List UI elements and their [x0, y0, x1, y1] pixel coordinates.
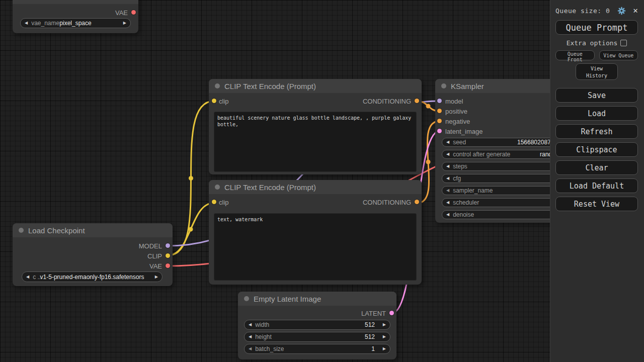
ckpt-name-combo[interactable]: c ... v1-5-pruned-emaonly-fp16.safetenso…: [22, 272, 163, 282]
positive-prompt-textarea[interactable]: beautiful scenery nature glass bottle la…: [214, 112, 417, 172]
combo-left-arrow-icon[interactable]: [446, 201, 449, 205]
clip-input-port[interactable]: [212, 99, 216, 103]
refresh-button[interactable]: Refresh: [555, 124, 638, 139]
collapse-dot-icon[interactable]: [244, 296, 249, 301]
collapse-dot-icon[interactable]: [19, 228, 24, 233]
latent-image-input-port[interactable]: [437, 129, 442, 133]
node-titlebar[interactable]: Empty Latent Image: [238, 292, 396, 306]
port-label-positive: positive: [445, 108, 467, 115]
combo-right-arrow-icon[interactable]: [383, 323, 386, 327]
latent-output-port[interactable]: [389, 311, 394, 315]
node-titlebar[interactable]: Load Checkpoint: [13, 223, 173, 237]
widget-label: cfg: [453, 175, 461, 182]
widget-label: scheduler: [453, 199, 479, 206]
conditioning-output-port[interactable]: [415, 99, 419, 103]
node-clip-text-encode-negative[interactable]: CLIP Text Encode (Prompt) clip CONDITION…: [209, 180, 422, 285]
queue-front-button[interactable]: Queue Front: [555, 50, 595, 60]
combo-right-arrow-icon[interactable]: [383, 335, 386, 339]
node-title: Empty Latent Image: [254, 295, 321, 303]
close-icon[interactable]: ✕: [633, 7, 638, 15]
widget-label: denoise: [453, 211, 474, 218]
port-label-conditioning: CONDITIONING: [363, 98, 411, 105]
width-widget[interactable]: width 512: [244, 320, 390, 330]
node-title: CLIP Text Encode (Prompt): [224, 82, 316, 90]
clip-output-port[interactable]: [166, 253, 170, 258]
node-load-checkpoint[interactable]: Load Checkpoint MODEL CLIP VAE c ... v1-…: [13, 223, 173, 286]
widget-value: 512: [365, 333, 375, 340]
height-widget[interactable]: height 512: [244, 332, 390, 342]
node-titlebar[interactable]: CLIP Text Encode (Prompt): [209, 79, 422, 93]
vae-name-combo[interactable]: vae_name pixel_space: [20, 18, 131, 28]
queue-size-label: Queue size: 0: [555, 7, 610, 15]
port-label-negative: negative: [445, 118, 470, 125]
positive-input-port[interactable]: [437, 109, 442, 113]
combo-left-arrow-icon[interactable]: [446, 213, 449, 217]
comfy-menu-panel: Queue size: 0 ✕ Queue Prompt Extra optio…: [550, 0, 644, 362]
load-button[interactable]: Load: [555, 106, 638, 121]
vae-output-port[interactable]: [131, 10, 136, 15]
port-label-clip: clip: [219, 98, 229, 105]
queue-prompt-button[interactable]: Queue Prompt: [555, 20, 638, 35]
combo-left-arrow-icon[interactable]: [446, 176, 449, 180]
view-history-label: ViewHistory: [586, 66, 607, 78]
widget-label: width: [255, 321, 269, 328]
model-input-port[interactable]: [437, 99, 442, 103]
node-clip-text-encode-positive[interactable]: CLIP Text Encode (Prompt) clip CONDITION…: [209, 79, 422, 174]
combo-right-arrow-icon[interactable]: [155, 275, 158, 279]
port-label-model: model: [445, 98, 463, 105]
port-label-latent-image: latent_image: [445, 128, 482, 135]
conditioning-output-port[interactable]: [415, 200, 419, 204]
combo-left-arrow-icon[interactable]: [249, 335, 252, 339]
collapse-dot-icon[interactable]: [441, 83, 446, 88]
port-label-vae: VAE: [115, 9, 128, 17]
widget-value: 512: [365, 321, 375, 328]
node-empty-latent-image[interactable]: Empty Latent Image LATENT width 512 heig…: [238, 292, 396, 359]
negative-input-port[interactable]: [437, 119, 442, 123]
settings-gear-icon[interactable]: [617, 7, 626, 15]
node-title: KSampler: [451, 82, 484, 90]
combo-left-arrow-icon[interactable]: [446, 140, 449, 144]
clipspace-button[interactable]: Clipspace: [555, 142, 638, 157]
vae-output-port[interactable]: [166, 263, 170, 268]
combo-left-arrow-icon[interactable]: [446, 152, 449, 156]
widget-value: pixel_space: [59, 20, 91, 27]
combo-left-arrow-icon[interactable]: [249, 323, 252, 327]
view-queue-button[interactable]: View Queue: [599, 50, 638, 60]
combo-left-arrow-icon[interactable]: [249, 347, 252, 351]
widget-label: sampler_name: [453, 187, 493, 194]
combo-left-arrow-icon[interactable]: [446, 164, 449, 168]
widget-label: vae_name: [31, 20, 59, 27]
widget-label: control after generate: [453, 151, 510, 158]
extra-options-checkbox[interactable]: [620, 40, 627, 46]
widget-label: batch_size: [255, 345, 284, 352]
reset-view-button[interactable]: Reset View: [555, 197, 638, 211]
clear-button[interactable]: Clear: [555, 160, 638, 175]
save-button[interactable]: Save: [555, 88, 638, 103]
port-label-vae: VAE: [149, 262, 162, 270]
node-titlebar[interactable]: [13, 0, 138, 4]
combo-right-arrow-icon[interactable]: [383, 347, 386, 351]
widget-label: steps: [453, 163, 467, 170]
node-titlebar[interactable]: CLIP Text Encode (Prompt): [209, 180, 422, 194]
port-label-conditioning: CONDITIONING: [363, 199, 411, 206]
node-load-vae[interactable]: VAE vae_name pixel_space: [13, 0, 138, 33]
clip-input-port[interactable]: [212, 200, 216, 204]
port-label-latent: LATENT: [361, 310, 386, 317]
batch-size-widget[interactable]: batch_size 1: [244, 344, 390, 354]
load-default-button[interactable]: Load Default: [555, 178, 638, 193]
widget-value: 1: [371, 345, 375, 352]
widget-value: 1566802087: [517, 139, 551, 146]
node-title: Load Checkpoint: [28, 226, 85, 235]
port-label-model: MODEL: [139, 242, 162, 250]
combo-left-arrow-icon[interactable]: [25, 21, 28, 25]
collapse-dot-icon[interactable]: [215, 185, 220, 190]
model-output-port[interactable]: [166, 243, 170, 248]
widget-label: height: [255, 333, 272, 340]
negative-prompt-textarea[interactable]: text, watermark: [214, 213, 417, 281]
combo-right-arrow-icon[interactable]: [123, 21, 126, 25]
collapse-dot-icon[interactable]: [215, 83, 220, 88]
combo-left-arrow-icon[interactable]: [26, 275, 29, 279]
combo-left-arrow-icon[interactable]: [446, 189, 449, 193]
view-history-button[interactable]: ViewHistory: [576, 63, 618, 80]
extra-options-label: Extra options: [567, 39, 618, 47]
